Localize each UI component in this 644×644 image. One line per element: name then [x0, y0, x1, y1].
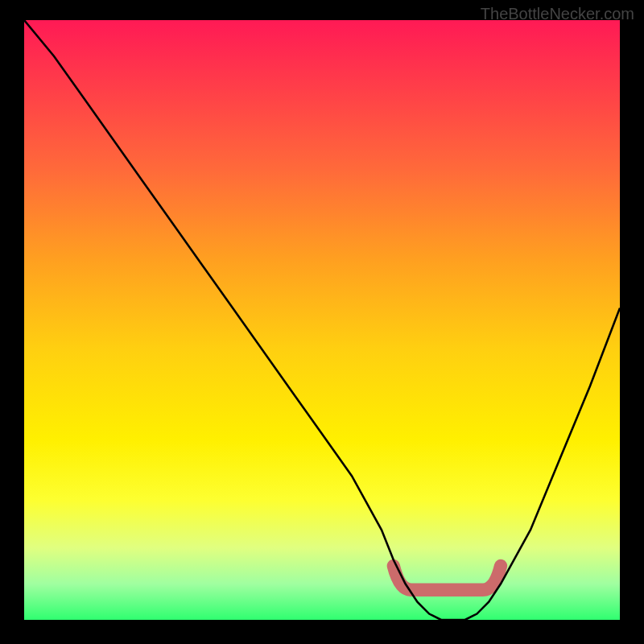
- watermark-text: TheBottleNecker.com: [481, 5, 634, 23]
- optimal-band-marker: [394, 566, 501, 590]
- chart-svg: [24, 20, 620, 620]
- chart-plot-area: [24, 20, 620, 620]
- bottleneck-curve-line: [24, 20, 620, 620]
